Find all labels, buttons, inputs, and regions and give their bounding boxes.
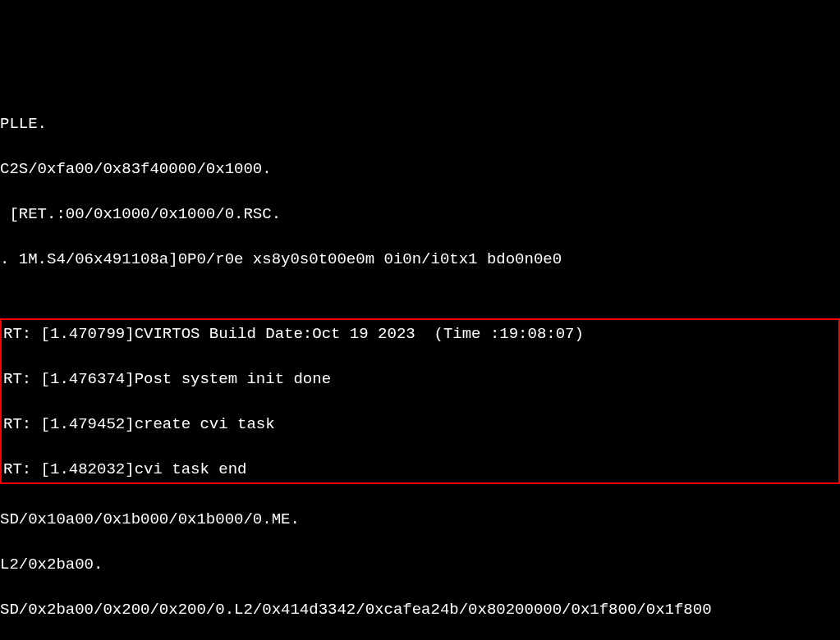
rt-log-line: RT: [1.479452]create cvi task	[3, 414, 837, 437]
boot-log-line: [RET.:00/0x1000/0x1000/0.RSC.	[0, 203, 840, 226]
boot-log-line: PLLE.	[0, 113, 840, 136]
rt-log-line: RT: [1.470799]CVIRTOS Build Date:Oct 19 …	[3, 323, 837, 346]
terminal-output: PLLE. C2S/0xfa00/0x83f40000/0x1000. [RET…	[0, 90, 840, 640]
rt-log-line: RT: [1.482032]cvi task end	[3, 459, 837, 482]
rt-log-line: RT: [1.476374]Post system init done	[3, 368, 837, 391]
boot-log-line: SD/0x10a00/0x1b000/0x1b000/0.ME.	[0, 509, 840, 532]
boot-log-line: L2/0x2ba00.	[0, 554, 840, 577]
highlighted-boot-log: RT: [1.470799]CVIRTOS Build Date:Oct 19 …	[0, 318, 840, 485]
boot-log-line: C2S/0xfa00/0x83f40000/0x1000.	[0, 158, 840, 181]
boot-log-line: SD/0x2ba00/0x200/0x200/0.L2/0x414d3342/0…	[0, 599, 840, 622]
boot-log-line: . 1M.S4/06x491108a]0P0/r0e xs8y0s0t00e0m…	[0, 249, 840, 272]
